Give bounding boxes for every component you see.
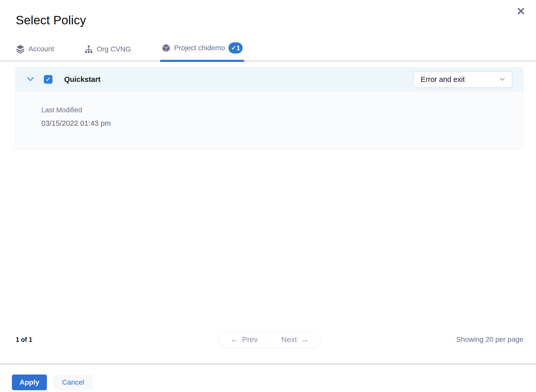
prev-label: Prev	[242, 335, 258, 344]
modal-header: Select Policy	[0, 0, 536, 27]
check-icon: ✓	[231, 44, 236, 51]
pagination-bar: 1 of 1 ← Prev Next → Showing 20 per page	[16, 331, 523, 348]
cancel-button[interactable]: Cancel	[53, 375, 93, 390]
policy-row-details: Last Modified 03/15/2022 01:43 pm	[15, 92, 523, 149]
page-title: Select Policy	[16, 13, 520, 27]
tab-org-cvng[interactable]: Org CVNG	[84, 45, 131, 60]
chevron-down-icon[interactable]	[26, 76, 35, 83]
apply-button[interactable]: Apply	[12, 375, 47, 390]
page-info: 1 of 1	[16, 336, 32, 343]
policy-row-header: ✓ Quickstart Error and exit	[15, 67, 523, 92]
layers-icon	[16, 44, 25, 54]
arrow-right-icon: →	[301, 335, 309, 344]
last-modified-value: 03/15/2022 01:43 pm	[41, 119, 513, 128]
select-policy-modal: ✕ Select Policy Account	[0, 0, 536, 392]
policy-name: Quickstart	[64, 75, 100, 84]
policy-action-select[interactable]: Error and exit	[413, 71, 512, 88]
tab-project-chidemo[interactable]: Project chidemo ✓ 1	[162, 42, 243, 60]
scope-tabs: Account Org CVNG	[0, 42, 536, 62]
arrow-left-icon: ←	[230, 335, 238, 344]
policy-card: ✓ Quickstart Error and exit Last Modifie…	[15, 67, 523, 150]
tab-label: Project chidemo	[174, 44, 225, 52]
next-button[interactable]: Next →	[270, 331, 320, 348]
footer-actions: Apply Cancel	[12, 375, 93, 390]
cube-icon	[162, 43, 171, 52]
next-label: Next	[281, 335, 297, 344]
footer-divider	[0, 363, 536, 365]
badge-count: 1	[237, 44, 240, 52]
last-modified-label: Last Modified	[41, 106, 513, 114]
policy-checkbox[interactable]: ✓	[44, 75, 52, 84]
org-hierarchy-icon	[84, 45, 93, 54]
prev-button[interactable]: ← Prev	[219, 331, 270, 348]
close-icon[interactable]: ✕	[515, 5, 527, 18]
selected-option-label: Error and exit	[421, 75, 465, 84]
select-chevron-down-icon	[498, 77, 506, 82]
tab-account[interactable]: Account	[16, 44, 54, 60]
selected-count-badge: ✓ 1	[228, 42, 243, 54]
pager-group: ← Prev Next →	[219, 331, 320, 348]
tab-label: Org CVNG	[97, 45, 131, 53]
showing-per-page: Showing 20 per page	[456, 335, 523, 344]
tab-label: Account	[28, 45, 54, 53]
